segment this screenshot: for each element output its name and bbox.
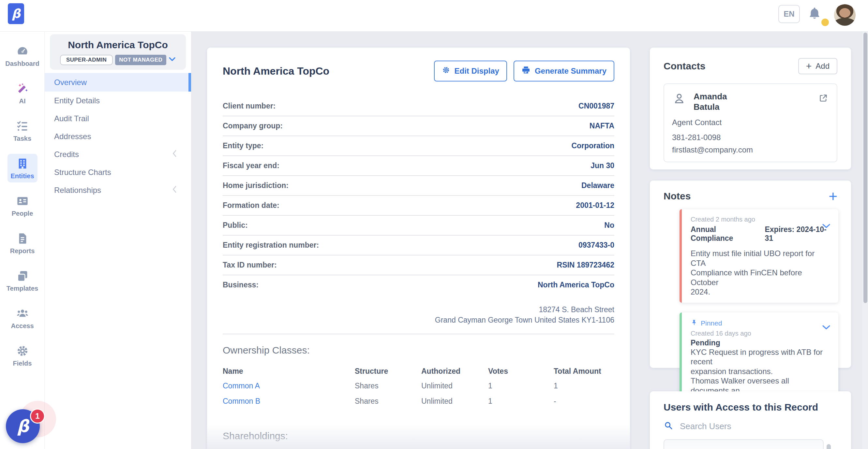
sidebar-item-access[interactable]: Access <box>0 304 45 341</box>
registered-address: 18274 S. Beach Street Grand Cayman Georg… <box>223 294 614 334</box>
printer-icon <box>521 65 530 76</box>
sidebar-item-people[interactable]: People <box>0 191 45 229</box>
address-line: Grand Cayman George Town United States K… <box>223 315 614 325</box>
detail-row: Fiscal year end: Jun 30 <box>223 156 614 176</box>
tab-relationships[interactable]: Relationships <box>45 181 191 199</box>
page-scrollbar-thumb[interactable] <box>863 33 867 303</box>
sidebar-item-label: Entities <box>10 172 34 180</box>
detail-label: Entity registration number: <box>223 241 319 250</box>
external-link-icon[interactable] <box>818 93 828 104</box>
notifications-button[interactable] <box>807 6 828 26</box>
tab-audit-trail[interactable]: Audit Trail <box>45 109 191 127</box>
owl-logo-icon: β <box>17 416 29 436</box>
people-group-icon <box>16 307 29 320</box>
note-accent-bar <box>680 209 682 303</box>
owl-logo-icon: β <box>11 6 20 21</box>
detail-row: Home jurisdiction: Delaware <box>223 176 614 196</box>
details-list: Client number: CN001987 Company group: N… <box>223 96 614 294</box>
column-header: Authorized <box>421 367 488 376</box>
gear-icon <box>16 344 29 357</box>
sidebar-item-dashboard[interactable]: Dashboard <box>0 41 45 79</box>
detail-value: NAFTA <box>590 122 614 130</box>
detail-value: North America TopCo <box>538 281 614 289</box>
tab-credits[interactable]: Credits <box>45 145 191 163</box>
templates-stack-icon <box>16 269 29 283</box>
notes-card: Notes + Created 2 months ago Annual Comp… <box>650 181 851 368</box>
notification-dot <box>822 19 829 26</box>
sidebar-item-ai[interactable]: AI <box>0 79 45 116</box>
add-contact-button[interactable]: + Add <box>798 58 837 74</box>
chevron-left-icon <box>172 149 177 160</box>
sidebar-item-reports[interactable]: Reports <box>0 229 45 266</box>
ownership-classes-heading: Ownership Classes: <box>223 345 614 356</box>
cell-structure: Shares <box>355 397 421 406</box>
note-title: Annual Compliance <box>691 225 755 243</box>
chevron-down-icon[interactable] <box>168 57 176 63</box>
detail-value: CN001987 <box>579 102 614 110</box>
contact-email: firstlast@company.com <box>672 145 829 155</box>
generate-summary-button[interactable]: Generate Summary <box>514 61 614 82</box>
detail-value: RSIN 189723462 <box>557 261 614 269</box>
add-note-button[interactable]: + <box>829 190 837 202</box>
sidebar-item-label: Templates <box>6 285 38 292</box>
search-icon <box>663 421 673 432</box>
contact-phone: 381-281-0098 <box>672 133 829 142</box>
entity-header: North America TopCo SUPER-ADMIN NOT MANA… <box>50 34 186 70</box>
sidebar-item-fields[interactable]: Fields <box>0 341 45 379</box>
note-body: Entity must file initial UBO report for … <box>691 249 829 297</box>
tab-entity-details[interactable]: Entity Details <box>45 92 191 109</box>
tab-overview[interactable]: Overview <box>45 73 191 92</box>
chevron-left-icon <box>172 185 177 195</box>
note-created: Created 16 days ago <box>691 330 829 337</box>
note-title: Pending <box>691 339 829 347</box>
search-users-input[interactable] <box>680 421 797 431</box>
users-access-title: Users with Access to this Record <box>663 402 837 413</box>
detail-label: Tax ID number: <box>223 261 277 269</box>
column-header: Total Amount <box>554 367 614 376</box>
table-row: Common B Shares Unlimited 1 - <box>223 394 614 409</box>
sidebar-item-templates[interactable]: Templates <box>0 266 45 304</box>
sidebar-item-tasks[interactable]: Tasks <box>0 116 45 154</box>
detail-label: Home jurisdiction: <box>223 181 288 190</box>
chevron-down-icon[interactable] <box>822 325 831 331</box>
cell-authorized: Unlimited <box>421 397 488 406</box>
detail-label: Public: <box>223 221 248 230</box>
contacts-title: Contacts <box>663 61 705 72</box>
page-title: North America TopCo <box>223 65 329 77</box>
sidebar-item-label: Reports <box>10 247 35 255</box>
contact-name: Amanda Batula <box>693 91 746 112</box>
edit-display-button[interactable]: Edit Display <box>434 61 507 82</box>
detail-label: Entity type: <box>223 141 264 150</box>
ownership-table-body: Common A Shares Unlimited 1 1 Common B S… <box>223 378 614 409</box>
fab-notification-badge: 1 <box>30 409 45 424</box>
tab-structure-charts[interactable]: Structure Charts <box>45 163 191 181</box>
id-card-icon <box>16 195 29 207</box>
note-item: Pinned Created 16 days ago Pending KYC R… <box>680 313 838 402</box>
users-list-scrollbar-thumb[interactable] <box>827 444 831 449</box>
column-header: Votes <box>488 367 554 376</box>
detail-label: Formation date: <box>223 201 279 210</box>
sidebar-item-label: Tasks <box>13 135 31 142</box>
detail-row: Entity registration number: 0937433-0 <box>223 235 614 255</box>
ownership-class-link[interactable]: Common A <box>223 382 355 390</box>
sidebar-item-entities[interactable]: Entities <box>0 154 45 191</box>
cell-votes: 1 <box>488 382 554 390</box>
app-window: β EN Dashboard <box>0 0 868 449</box>
tab-addresses[interactable]: Addresses <box>45 127 191 145</box>
detail-label: Client number: <box>223 102 276 110</box>
detail-value: No <box>604 221 614 230</box>
detail-row: Tax ID number: RSIN 189723462 <box>223 255 614 275</box>
ownership-class-link[interactable]: Common B <box>223 397 355 406</box>
notes-title: Notes <box>663 191 691 202</box>
chevron-down-icon[interactable] <box>822 224 831 230</box>
app-logo[interactable]: β <box>8 3 24 24</box>
detail-label: Company group: <box>223 122 283 130</box>
document-icon <box>16 232 29 245</box>
detail-value: Jun 30 <box>590 161 614 170</box>
language-button[interactable]: EN <box>778 5 800 23</box>
detail-value: 2001-01-12 <box>576 201 614 210</box>
user-avatar[interactable] <box>834 4 856 26</box>
detail-row: Public: No <box>223 216 614 235</box>
note-expiry: Expires: 2024-10-31 <box>765 225 829 243</box>
pin-icon <box>691 319 698 328</box>
